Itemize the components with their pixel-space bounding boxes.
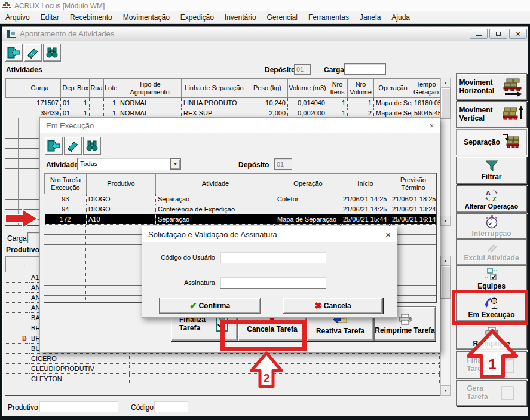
restore-button[interactable] [489,29,507,39]
em-exec-header-row: Nro Tarefa Execução Produtivo Atividade … [45,174,437,194]
produtivo-footer-label: Produtivo [8,403,38,412]
combo-dropdown-icon[interactable]: ▼ [170,158,180,170]
atividade-combo[interactable]: Todas ▼ [77,158,181,170]
col-carga: Carga [19,79,61,98]
row-selector-header [6,79,19,98]
menu-inventario[interactable]: Inventário [219,11,262,24]
em-execucao-title: Em Execução [46,121,94,130]
menubar: Arquivo Editar Recebimento Movimentação … [0,11,530,24]
tarefa-row-93[interactable]: 93DIOGO SeparaçãoColetor 21/06/21 14:252… [45,194,437,204]
svg-text:Z: Z [492,195,497,202]
menu-gerencial[interactable]: Gerencial [262,11,303,24]
sidebar-moviment-vertical-button[interactable]: Moviment Vertical [456,101,527,128]
search-button[interactable] [43,44,61,62]
produtivos-scroll-down[interactable]: ▼ [440,385,451,396]
menu-movimentacao[interactable]: Movimentação [118,11,175,24]
screen: ACRUX Locus [Módulo WM] Arquivo Editar R… [0,0,530,420]
em-exec-deposito-field: 01 [274,158,292,170]
col-linha-separacao: Linha de Separação [182,79,247,98]
atividades-row-1[interactable]: 17150701 1 1NORMAL LINHA PRODUTO10,240 0… [6,98,440,108]
col-box: Box [76,79,90,98]
produtivos-selector-header [6,257,20,272]
app-titlebar: ACRUX Locus [Módulo WM] [0,0,530,11]
atividades-header-row: Carga Dep Box Rua Lote Tipo de Agrupamen… [6,79,440,98]
window-title: Apontamento de Atividades [20,29,114,38]
codigo-usuario-label: Código do Usuário [151,254,215,261]
menu-janela[interactable]: Janela [354,11,386,24]
col-volume: Volume (m3) [288,79,327,98]
menu-recebimento[interactable]: Recebimento [65,11,118,24]
assinatura-input[interactable] [220,277,326,289]
annotation-box-cancela-tarefa [220,320,307,351]
exit-button[interactable] [5,44,23,62]
menu-ajuda[interactable]: Ajuda [386,11,415,24]
em-exec-search-button[interactable] [83,137,101,155]
menu-ferramentas[interactable]: Ferramentas [303,11,354,24]
menu-editar[interactable]: Editar [35,11,65,24]
pallet-vertical-icon [503,105,524,124]
sidebar-interrupcao-button: Interrupção [456,213,527,239]
filter-funnel-icon [485,160,499,172]
atividades-scroll-up[interactable]: ▲ [440,78,451,88]
app-logo-bricks-icon [2,2,11,10]
close-button[interactable]: × [509,29,527,39]
produtivo-row[interactable]: CICERO [6,354,440,364]
sidebar-label: Equipes [477,282,506,290]
produtivo-row[interactable]: CLEUDIOPRODUTIV [6,364,440,374]
atividades-scroll-down[interactable]: ▼ [440,216,451,226]
sidebar-filtrar-button[interactable]: Filtrar [456,157,527,184]
binoculars-icon [85,140,99,152]
col-operacao: Operação [275,174,341,194]
atividades-row-2[interactable]: 3943901 1 1NORMAL REX SUP2,000 0,0020001… [6,108,440,118]
confirma-button[interactable]: ✔ Confirma [159,298,261,314]
carga-left-label: Carga [7,234,27,243]
svg-text:A: A [486,189,491,197]
binoculars-icon [45,47,59,59]
em-execucao-table: Nro Tarefa Execução Produtivo Atividade … [44,173,437,225]
em-execucao-close-icon[interactable]: × [429,122,434,130]
confirma-label: Confirma [198,302,230,310]
em-exec-clear-button[interactable] [64,137,82,155]
atividades-table: Carga Dep Box Rua Lote Tipo de Agrupamen… [5,78,440,118]
produtivos-section-label: Produtivos [6,246,44,254]
produtivo-row[interactable]: CLEYTON [6,374,440,384]
produtivo-footer-input[interactable] [39,401,118,412]
produtivos-scroll-thumb[interactable] [440,266,451,299]
em-exec-exit-button[interactable] [45,137,63,155]
menu-arquivo[interactable]: Arquivo [0,11,35,24]
team-checkboxes-icon [484,267,500,281]
carga-top-input[interactable] [344,63,386,75]
col-atividade: Atividade [156,174,275,194]
codigo-footer-input[interactable] [154,401,188,412]
sidebar-equipes-button[interactable]: Equipes [456,265,527,292]
close-icon: × [516,30,520,38]
produtivos-scroll-up[interactable]: ▲ [440,256,451,266]
menu-expedicao[interactable]: Expedição [175,11,219,24]
clear-button[interactable] [24,44,42,62]
assinatura-close-icon[interactable]: × [385,230,391,239]
produtivos-marker-header: . [20,257,29,272]
window-caption-icon [7,30,16,38]
minimize-button[interactable] [470,29,488,39]
col-tipo-agrupamento: Tipo de Agrupamento [118,79,182,98]
assinatura-title: Solicitação e Validação de Assinatura [148,230,277,239]
sidebar-label: Exclui Atividade [464,254,519,262]
atividades-scroll-thumb[interactable] [440,88,451,119]
confirm-check-icon: ✔ [189,301,197,310]
pallet-horizontal-icon [503,78,524,97]
sidebar-alterar-operacao-button[interactable]: A Z Alterar Operação [456,185,527,213]
eraser-icon [26,46,39,59]
text-caret [222,253,222,261]
sidebar-separacao-button[interactable]: Separação [456,129,527,155]
minimize-icon [476,35,482,36]
deposito-label: Depósito [265,66,295,74]
sidebar-moviment-horizontal-button[interactable]: Moviment Horizontal [456,73,527,100]
tarefa-row-172-selected[interactable]: 172A10 SeparaçãoMapa de Separação 25/06/… [45,214,437,225]
tarefa-row-94[interactable]: 94DIOGO Conferência de Expedição 21/06/2… [45,204,437,214]
codigo-usuario-input[interactable] [220,252,326,263]
em-exec-deposito-label: Depósito [238,161,269,169]
cancela-button[interactable]: ✖ Cancela [283,298,383,314]
sidebar-exclui-atividade-button: Exclui Atividade [456,239,527,265]
sidebar-gera-tarefa-button: Gera Tarefa [456,380,527,406]
cancel-x-icon: ✖ [314,301,322,310]
